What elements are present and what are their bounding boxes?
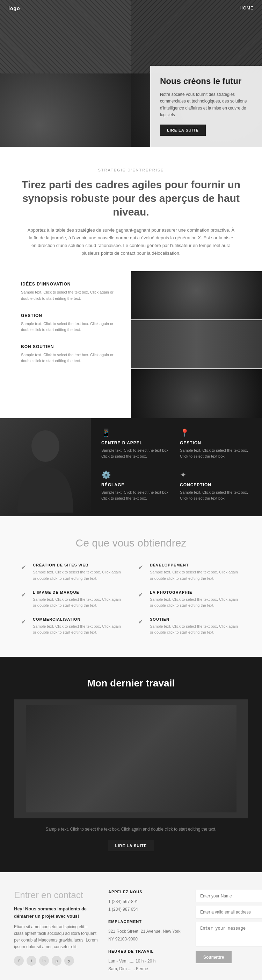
service-text-2: Sample text. Click to select the text bo…: [180, 447, 251, 459]
get-item-5: ✔ COMMERCIALISATION Sample text. Click t…: [21, 617, 124, 636]
checkmark-icon-1: ✔: [21, 564, 28, 571]
person-photo: [0, 418, 91, 516]
hero-title: Nous créons le futur: [160, 76, 252, 86]
phone-number-2[interactable]: 1 (234) 987 654: [108, 906, 185, 913]
phone-icon: 📱: [101, 429, 173, 438]
feature-item-2: GESTION Sample text. Click to select the…: [21, 313, 114, 333]
portfolio-description: Sample text. Click to select the text bo…: [44, 827, 218, 832]
get-section: Ce que vous obtiendrez ✔ CRÉATION DE SIT…: [0, 516, 262, 657]
hero-cta-button[interactable]: LIRE LA SUITE: [160, 124, 206, 136]
checkmark-icon-4: ✔: [138, 591, 145, 598]
feature-text-1: Sample text. Click to select the text bo…: [21, 290, 114, 302]
feature-text-3: Sample text. Click to select the text bo…: [21, 352, 114, 364]
contact-phone-block: APPELEZ NOUS 1 (234) 567-891 1 (234) 987…: [108, 890, 185, 913]
hero-description: Notre société vous fournit des stratégie…: [160, 91, 252, 118]
strategy-description: Apportez à la table des stratégies de su…: [26, 226, 236, 257]
nav-home-link[interactable]: HOME: [240, 6, 254, 11]
hero-img-top-right: [131, 0, 262, 73]
service-text-1: Sample text. Click to select the text bo…: [101, 447, 173, 459]
feature-item-3: BON SOUTIEN Sample text. Click to select…: [21, 344, 114, 364]
get-grid: ✔ CRÉATION DE SITES WEB Sample text. Cli…: [21, 563, 241, 636]
contact-hours-block: HEURES DE TRAVAIL Lun - Ven ...... 10 h …: [108, 949, 185, 973]
portfolio-image: [14, 699, 248, 818]
logo[interactable]: logo: [8, 6, 20, 11]
twitter-icon[interactable]: t: [27, 956, 36, 966]
contact-form: Soumettre: [196, 890, 262, 979]
facebook-icon[interactable]: f: [14, 956, 24, 966]
service-title-1: CENTRE D'APPEL: [101, 441, 173, 445]
contact-description: Etiam sit amet consetur adispicing elit …: [14, 924, 98, 951]
feature-title-3: BON SOUTIEN: [21, 344, 114, 349]
get-item-3: ✔ L'IMAGE DE MARQUE Sample text. Click t…: [21, 590, 124, 609]
hours-weekend: Sam, Dim ...... Fermé: [108, 965, 185, 973]
hours-weekday: Lun - Ven ...... 10 h - 20 h: [108, 958, 185, 965]
social-icons-group: f t in p y: [14, 956, 98, 966]
service-item-3: ⚙️ RÉGLAGE Sample text. Click to select …: [101, 471, 173, 506]
location-label: EMPLACEMENT: [108, 920, 185, 924]
hero-img-bottom-left: [0, 73, 131, 147]
service-title-2: GESTION: [180, 441, 251, 445]
contact-submit-button[interactable]: Soumettre: [196, 951, 232, 963]
portfolio-cta-button[interactable]: LIRE LA SUITE: [108, 840, 154, 851]
location-icon: 📍: [180, 429, 251, 438]
service-item-1: 📱 CENTRE D'APPEL Sample text. Click to s…: [101, 429, 173, 464]
get-item-title-5: COMMERCIALISATION: [33, 617, 124, 621]
service-title-3: RÉGLAGE: [101, 482, 173, 487]
checkmark-icon-6: ✔: [138, 618, 145, 625]
feature-image-3: [131, 369, 262, 418]
contact-middle-panel: APPELEZ NOUS 1 (234) 567-891 1 (234) 987…: [108, 890, 185, 979]
strategy-section: STRATÉGIE D'ENTREPRISE Tirez parti des c…: [0, 147, 262, 271]
get-item-text-5: Sample text. Click to select the text bo…: [33, 624, 124, 636]
get-item-2: ✔ DÉVELOPPEMENT Sample text. Click to se…: [138, 563, 241, 581]
get-item-text-1: Sample text. Click to select the text bo…: [33, 569, 124, 581]
service-item-2: 📍 GESTION Sample text. Click to select t…: [180, 429, 251, 464]
contact-subtitle: Hey! Nous sommes impatients de démarrer …: [14, 905, 98, 920]
phone-number-1[interactable]: 1 (234) 567-891: [108, 898, 185, 906]
services-section: 📱 CENTRE D'APPEL Sample text. Click to s…: [0, 418, 262, 516]
get-item-6: ✔ SOUTIEN Sample text. Click to select t…: [138, 617, 241, 636]
feature-text-2: Sample text. Click to select the text bo…: [21, 321, 114, 333]
portfolio-section: Mon dernier travail Sample text. Click t…: [0, 657, 262, 872]
get-item-title-3: L'IMAGE DE MARQUE: [33, 590, 124, 595]
get-item-title-6: SOUTIEN: [150, 617, 241, 621]
features-section: IDÉES D'INNOVATION Sample text. Click to…: [0, 271, 262, 418]
contact-address: 321 Rock Street, 21 Avenue, New York, NY…: [108, 928, 185, 943]
services-person-image: [0, 418, 91, 516]
feature-title-2: GESTION: [21, 313, 114, 318]
checkmark-icon-3: ✔: [21, 591, 28, 598]
get-title: Ce que vous obtiendrez: [21, 537, 241, 549]
pinterest-icon[interactable]: p: [52, 956, 62, 966]
contact-email-input[interactable]: [196, 906, 262, 918]
get-item-title-2: DÉVELOPPEMENT: [150, 563, 241, 567]
contact-location-block: EMPLACEMENT 321 Rock Street, 21 Avenue, …: [108, 920, 185, 943]
settings-icon: ⚙️: [101, 471, 173, 480]
get-item-4: ✔ LA PHOTOGRAPHIE Sample text. Click to …: [138, 590, 241, 609]
features-list: IDÉES D'INNOVATION Sample text. Click to…: [0, 271, 131, 418]
get-item-text-2: Sample text. Click to select the text bo…: [150, 569, 241, 581]
feature-title-1: IDÉES D'INNOVATION: [21, 282, 114, 286]
star-icon: ✦: [180, 471, 251, 480]
service-item-4: ✦ CONCEPTION Sample text. Click to selec…: [180, 471, 251, 506]
person-silhouette-svg: [14, 422, 77, 512]
strategy-label: STRATÉGIE D'ENTREPRISE: [21, 168, 241, 172]
youtube-icon[interactable]: y: [64, 956, 74, 966]
get-item-text-6: Sample text. Click to select the text bo…: [150, 624, 241, 636]
service-text-3: Sample text. Click to select the text bo…: [101, 490, 173, 501]
svg-point-0: [32, 430, 59, 462]
contact-name-input[interactable]: [196, 890, 262, 902]
linkedin-icon[interactable]: in: [39, 956, 49, 966]
contact-left-panel: Entrer en contact Hey! Nous sommes impat…: [14, 890, 98, 979]
contact-message-input[interactable]: [196, 922, 262, 947]
hero-overlay: Nous créons le futur Notre société vous …: [150, 66, 262, 147]
contact-title: Entrer en contact: [14, 890, 98, 900]
get-item-text-3: Sample text. Click to select the text bo…: [33, 597, 124, 609]
feature-image-1: [131, 271, 262, 320]
contact-section: Entrer en contact Hey! Nous sommes impat…: [0, 872, 262, 980]
hours-label: HEURES DE TRAVAIL: [108, 949, 185, 953]
service-text-4: Sample text. Click to select the text bo…: [180, 490, 251, 501]
features-images: [131, 271, 262, 418]
checkmark-icon-5: ✔: [21, 618, 28, 625]
feature-item-1: IDÉES D'INNOVATION Sample text. Click to…: [21, 282, 114, 302]
portfolio-title: Mon dernier travail: [14, 678, 248, 689]
checkmark-icon-2: ✔: [138, 564, 145, 571]
